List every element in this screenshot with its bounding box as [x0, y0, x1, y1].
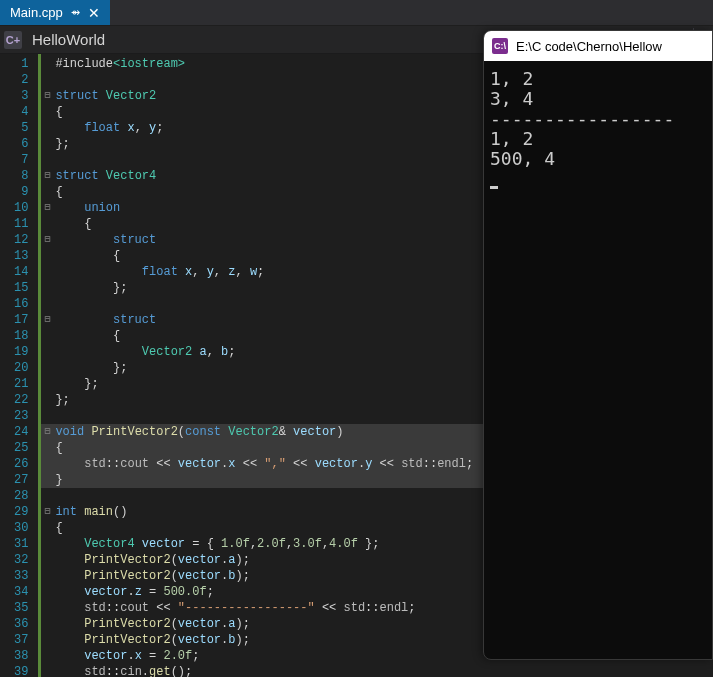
fold-spacer — [41, 248, 53, 264]
line-number: 30 — [14, 520, 28, 536]
console-output: 1, 23, 4-----------------1, 2500, 4 — [484, 61, 712, 197]
line-number: 10 — [14, 200, 28, 216]
fold-spacer — [41, 280, 53, 296]
line-number: 12 — [14, 232, 28, 248]
fold-spacer — [41, 600, 53, 616]
line-number: 15 — [14, 280, 28, 296]
fold-spacer — [41, 456, 53, 472]
fold-toggle-icon[interactable]: ⊟ — [41, 424, 53, 440]
fold-spacer — [41, 104, 53, 120]
console-window: C:\ E:\C code\Cherno\Hellow 1, 23, 4----… — [483, 30, 713, 660]
console-title-text: E:\C code\Cherno\Hellow — [516, 39, 662, 54]
fold-toggle-icon[interactable]: ⊟ — [41, 168, 53, 184]
console-line: 3, 4 — [490, 89, 706, 109]
line-number: 16 — [14, 296, 28, 312]
fold-spacer — [41, 664, 53, 677]
line-number: 8 — [14, 168, 28, 184]
line-number: 24 — [14, 424, 28, 440]
fold-spacer — [41, 72, 53, 88]
line-number: 1 — [14, 56, 28, 72]
fold-toggle-icon[interactable]: ⊟ — [41, 88, 53, 104]
line-number: 18 — [14, 328, 28, 344]
pin-icon[interactable]: ⇴ — [71, 6, 80, 19]
line-number: 19 — [14, 344, 28, 360]
line-number: 37 — [14, 632, 28, 648]
line-number: 3 — [14, 88, 28, 104]
line-number: 7 — [14, 152, 28, 168]
fold-toggle-icon[interactable]: ⊟ — [41, 504, 53, 520]
fold-spacer — [41, 584, 53, 600]
fold-spacer — [41, 520, 53, 536]
active-tab[interactable]: Main.cpp ⇴ ✕ — [0, 0, 110, 25]
line-number: 25 — [14, 440, 28, 456]
console-line: 1, 2 — [490, 69, 706, 89]
console-cursor — [490, 186, 498, 189]
line-number: 33 — [14, 568, 28, 584]
fold-spacer — [41, 632, 53, 648]
tab-filename: Main.cpp — [10, 5, 63, 20]
fold-spacer — [41, 184, 53, 200]
line-number: 39 — [14, 664, 28, 677]
fold-spacer — [41, 264, 53, 280]
line-number: 14 — [14, 264, 28, 280]
line-number: 26 — [14, 456, 28, 472]
fold-spacer — [41, 120, 53, 136]
line-number: 32 — [14, 552, 28, 568]
line-number: 13 — [14, 248, 28, 264]
console-titlebar[interactable]: C:\ E:\C code\Cherno\Hellow — [484, 31, 712, 61]
fold-spacer — [41, 536, 53, 552]
fold-spacer — [41, 648, 53, 664]
line-number: 9 — [14, 184, 28, 200]
line-number: 6 — [14, 136, 28, 152]
fold-spacer — [41, 136, 53, 152]
fold-toggle-icon[interactable]: ⊟ — [41, 200, 53, 216]
tab-bar: Main.cpp ⇴ ✕ — [0, 0, 713, 26]
fold-toggle-icon[interactable]: ⊟ — [41, 312, 53, 328]
line-number: 11 — [14, 216, 28, 232]
console-line: ----------------- — [490, 109, 706, 129]
line-number: 34 — [14, 584, 28, 600]
line-number: 27 — [14, 472, 28, 488]
line-number: 38 — [14, 648, 28, 664]
line-number: 35 — [14, 600, 28, 616]
line-number-gutter: 1234567891011121314151617181920212223242… — [0, 54, 38, 677]
fold-spacer — [41, 488, 53, 504]
fold-spacer — [41, 568, 53, 584]
line-number: 2 — [14, 72, 28, 88]
code-line[interactable]: std::cin.get(); — [41, 664, 713, 677]
fold-spacer — [41, 616, 53, 632]
fold-spacer — [41, 344, 53, 360]
fold-spacer — [41, 56, 53, 72]
line-number: 23 — [14, 408, 28, 424]
line-number: 21 — [14, 376, 28, 392]
fold-spacer — [41, 472, 53, 488]
line-number: 31 — [14, 536, 28, 552]
fold-spacer — [41, 152, 53, 168]
fold-spacer — [41, 392, 53, 408]
line-number: 22 — [14, 392, 28, 408]
line-number: 4 — [14, 104, 28, 120]
fold-toggle-icon[interactable]: ⊟ — [41, 232, 53, 248]
fold-spacer — [41, 328, 53, 344]
fold-spacer — [41, 296, 53, 312]
line-number: 28 — [14, 488, 28, 504]
console-line: 1, 2 — [490, 129, 706, 149]
fold-spacer — [41, 552, 53, 568]
line-number: 29 — [14, 504, 28, 520]
cpp-project-icon: C+ — [4, 31, 22, 49]
line-number: 5 — [14, 120, 28, 136]
console-line: 500, 4 — [490, 149, 706, 169]
line-number: 17 — [14, 312, 28, 328]
line-number: 20 — [14, 360, 28, 376]
console-icon: C:\ — [492, 38, 508, 54]
fold-spacer — [41, 440, 53, 456]
fold-spacer — [41, 408, 53, 424]
fold-spacer — [41, 216, 53, 232]
line-number: 36 — [14, 616, 28, 632]
fold-spacer — [41, 360, 53, 376]
close-icon[interactable]: ✕ — [88, 5, 100, 21]
fold-spacer — [41, 376, 53, 392]
